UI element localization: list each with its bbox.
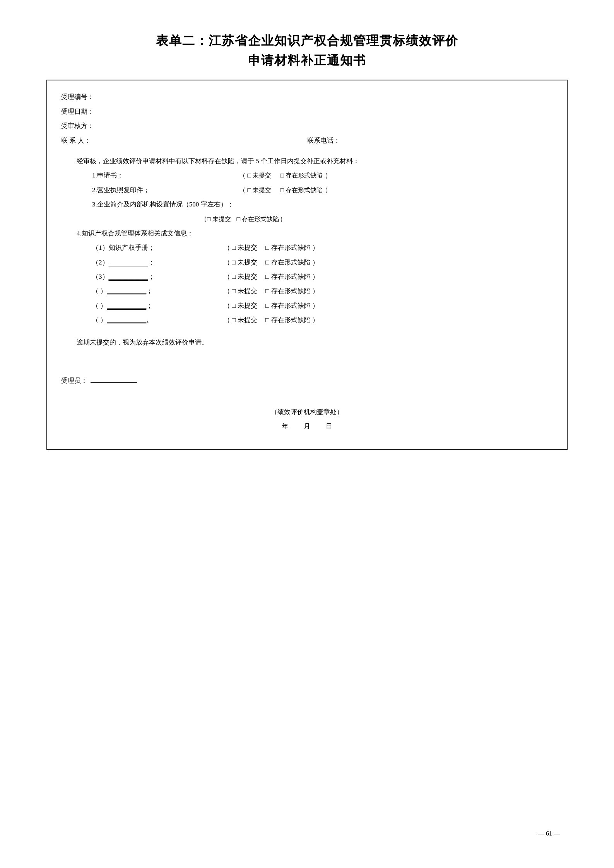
item1-formal-defect: □ 存在形式缺陷 (280, 172, 323, 179)
sub6-formal-defect: □ 存在形式缺陷 (265, 316, 311, 324)
sub5-formal-defect: □ 存在形式缺陷 (265, 302, 311, 309)
item3-label: 3.企业简介及内部机构设置情况（500 字左右）； (92, 197, 553, 211)
sub3-label: （3）____________； (92, 269, 224, 284)
title-section: 表单二：江苏省企业知识产权合规管理贯标绩效评价 申请材料补正通知书 (46, 31, 568, 70)
contact-phone: 联系电话： (307, 133, 553, 148)
page-container: 表单二：江苏省企业知识产权合规管理贯标绩效评价 申请材料补正通知书 受理编号： … (0, 0, 614, 868)
sub1-checkboxes: （ □ 未提交 □ 存在形式缺陷 ） (224, 240, 553, 255)
open-paren: （ (239, 172, 246, 179)
body-intro: 经审核，企业绩效评价申请材料中有以下材料存在缺陷，请于 5 个工作日内提交补正或… (77, 154, 553, 168)
sub2-not-submitted: □ 未提交 (232, 259, 257, 266)
stamp-section: （绩效评价机构盖章处） 年 月 日 (61, 405, 553, 434)
contact-person-label: 联 系 人： (61, 137, 91, 144)
open-paren3: （ (200, 212, 207, 226)
receipt-number-label: 受理编号： (61, 90, 94, 104)
main-title-line1: 表单二：江苏省企业知识产权合规管理贯标绩效评价 申请材料补正通知书 (46, 31, 568, 70)
day-label: 日 (326, 419, 332, 433)
header-info: 受理编号： 受理日期： 受审核方： 联 系 人： 联系电话： (61, 90, 553, 148)
date-row: 年 月 日 (61, 419, 553, 433)
sub5-not-submitted: □ 未提交 (232, 302, 257, 309)
year-label: 年 (282, 419, 288, 433)
item1-checkboxes: （ □ 未提交 □ 存在形式缺陷 ） (239, 168, 553, 182)
item3-formal-defect: □ 存在形式缺陷 (236, 212, 279, 226)
item2-label: 2.营业执照复印件； (92, 183, 239, 197)
open-paren2: （ (239, 186, 246, 194)
contact-row: 联 系 人： 联系电话： (61, 133, 553, 148)
form-box: 受理编号： 受理日期： 受审核方： 联 系 人： 联系电话： 经审核，企业绩效评… (46, 80, 568, 450)
sub1-label: （1）知识产权手册； (92, 240, 224, 255)
item2-row: 2.营业执照复印件； （ □ 未提交 □ 存在形式缺陷 ） (92, 183, 553, 197)
sub6-row: （ ）____________。 （ □ 未提交 □ 存在形式缺陷 ） (92, 313, 553, 327)
sub4-formal-defect: □ 存在形式缺陷 (265, 287, 311, 295)
stamp-text: （绩效评价机构盖章处） (61, 405, 553, 419)
sub2-row: （2）____________； （ □ 未提交 □ 存在形式缺陷 ） (92, 255, 553, 269)
sub3-not-submitted: □ 未提交 (232, 273, 257, 280)
sub4-row: （ ）____________； （ □ 未提交 □ 存在形式缺陷 ） (92, 284, 553, 298)
close-paren: ） (325, 172, 332, 179)
review-party-label: 受审核方： (61, 119, 94, 133)
receiver-blank (91, 375, 137, 383)
sub3-formal-defect: □ 存在形式缺陷 (265, 273, 311, 280)
sub6-checkboxes: （ □ 未提交 □ 存在形式缺陷 ） (224, 313, 553, 327)
footer-section: 受理员： （绩效评价机构盖章处） 年 月 日 (61, 373, 553, 433)
sub3-row: （3）____________； （ □ 未提交 □ 存在形式缺陷 ） (92, 269, 553, 284)
contact-person: 联 系 人： (61, 133, 307, 148)
sub5-row: （ ）____________； （ □ 未提交 □ 存在形式缺陷 ） (92, 298, 553, 313)
item2-checkboxes: （ □ 未提交 □ 存在形式缺陷 ） (239, 183, 553, 197)
item4-label: 4.知识产权合规管理体系相关成文信息： (77, 226, 553, 240)
item1-label: 1.申请书； (92, 168, 239, 182)
receipt-number-row: 受理编号： (61, 90, 553, 104)
sub5-checkboxes: （ □ 未提交 □ 存在形式缺陷 ） (224, 298, 553, 313)
receipt-date-label: 受理日期： (61, 104, 94, 119)
sub2-checkboxes: （ □ 未提交 □ 存在形式缺陷 ） (224, 255, 553, 269)
sub4-checkboxes: （ □ 未提交 □ 存在形式缺陷 ） (224, 284, 553, 298)
contact-phone-label: 联系电话： (307, 137, 340, 144)
sub4-label: （ ）____________； (92, 284, 224, 298)
item3-not-submitted: □ 未提交 (207, 212, 231, 226)
month-label: 月 (304, 419, 310, 433)
receiver-label: 受理员： (61, 373, 87, 389)
sub6-not-submitted: □ 未提交 (232, 316, 257, 324)
sub2-label: （2）____________； (92, 255, 224, 269)
body-text-paragraph: 经审核，企业绩效评价申请材料中有以下材料存在缺陷，请于 5 个工作日内提交补正或… (61, 154, 553, 350)
receipt-date-row: 受理日期： (61, 104, 553, 119)
sub5-label: （ ）____________； (92, 298, 224, 313)
overdue-text: 逾期未提交的，视为放弃本次绩效评价申请。 (77, 335, 553, 350)
item3-checkboxes: （ □ 未提交 □ 存在形式缺陷 ） (200, 212, 553, 226)
sub4-not-submitted: □ 未提交 (232, 287, 257, 295)
item2-not-submitted: □ 未提交 (247, 187, 271, 193)
receiver-row: 受理员： (61, 373, 553, 389)
close-paren2: ） (325, 186, 332, 194)
item1-row: 1.申请书； （ □ 未提交 □ 存在形式缺陷 ） (92, 168, 553, 182)
sub2-formal-defect: □ 存在形式缺陷 (265, 259, 311, 266)
sub1-row: （1）知识产权手册； （ □ 未提交 □ 存在形式缺陷 ） (92, 240, 553, 255)
item2-formal-defect: □ 存在形式缺陷 (280, 187, 323, 193)
close-paren3: ） (280, 212, 286, 226)
sub6-label: （ ）____________。 (92, 313, 224, 327)
page-number: — 61 — (46, 815, 568, 837)
sub1-not-submitted: □ 未提交 (232, 244, 257, 251)
item3-row: 3.企业简介及内部机构设置情况（500 字左右）； （ □ 未提交 □ 存在形式… (92, 197, 553, 226)
review-party-row: 受审核方： (61, 119, 553, 133)
sub1-formal-defect: □ 存在形式缺陷 (265, 244, 311, 251)
item1-not-submitted: □ 未提交 (247, 172, 271, 179)
sub3-checkboxes: （ □ 未提交 □ 存在形式缺陷 ） (224, 269, 553, 284)
